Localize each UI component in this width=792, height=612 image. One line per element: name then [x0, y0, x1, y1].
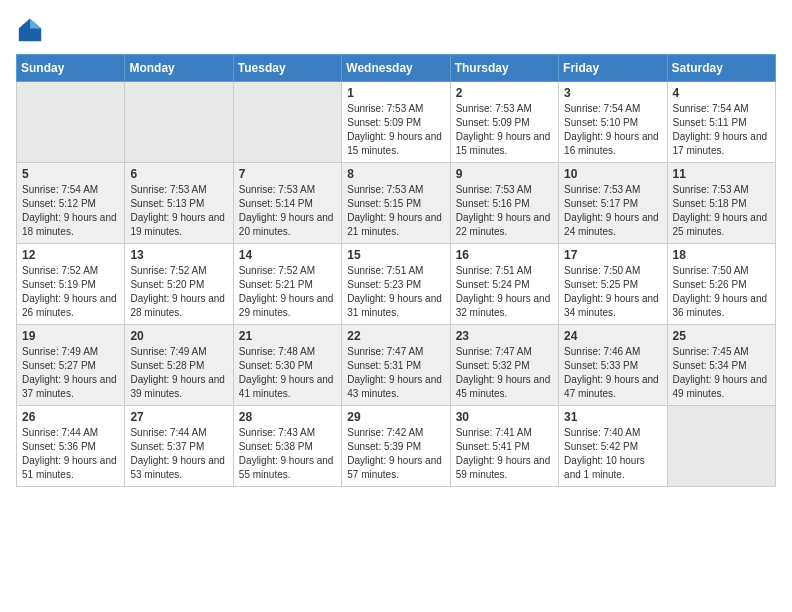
- calendar-cell: 5Sunrise: 7:54 AM Sunset: 5:12 PM Daylig…: [17, 163, 125, 244]
- day-header: Thursday: [450, 55, 558, 82]
- calendar-cell: 11Sunrise: 7:53 AM Sunset: 5:18 PM Dayli…: [667, 163, 775, 244]
- calendar-week-row: 5Sunrise: 7:54 AM Sunset: 5:12 PM Daylig…: [17, 163, 776, 244]
- day-number: 14: [239, 248, 336, 262]
- calendar-cell: 13Sunrise: 7:52 AM Sunset: 5:20 PM Dayli…: [125, 244, 233, 325]
- svg-marker-1: [30, 19, 41, 29]
- calendar-cell: [125, 82, 233, 163]
- cell-content: Sunrise: 7:51 AM Sunset: 5:23 PM Dayligh…: [347, 264, 444, 320]
- day-number: 1: [347, 86, 444, 100]
- cell-content: Sunrise: 7:44 AM Sunset: 5:36 PM Dayligh…: [22, 426, 119, 482]
- cell-content: Sunrise: 7:53 AM Sunset: 5:09 PM Dayligh…: [456, 102, 553, 158]
- calendar-week-row: 1Sunrise: 7:53 AM Sunset: 5:09 PM Daylig…: [17, 82, 776, 163]
- cell-content: Sunrise: 7:54 AM Sunset: 5:11 PM Dayligh…: [673, 102, 770, 158]
- day-header: Tuesday: [233, 55, 341, 82]
- day-header: Sunday: [17, 55, 125, 82]
- cell-content: Sunrise: 7:53 AM Sunset: 5:14 PM Dayligh…: [239, 183, 336, 239]
- day-number: 15: [347, 248, 444, 262]
- day-number: 17: [564, 248, 661, 262]
- cell-content: Sunrise: 7:54 AM Sunset: 5:12 PM Dayligh…: [22, 183, 119, 239]
- calendar-cell: 23Sunrise: 7:47 AM Sunset: 5:32 PM Dayli…: [450, 325, 558, 406]
- cell-content: Sunrise: 7:53 AM Sunset: 5:16 PM Dayligh…: [456, 183, 553, 239]
- calendar-week-row: 26Sunrise: 7:44 AM Sunset: 5:36 PM Dayli…: [17, 406, 776, 487]
- day-number: 5: [22, 167, 119, 181]
- day-number: 2: [456, 86, 553, 100]
- calendar-cell: 25Sunrise: 7:45 AM Sunset: 5:34 PM Dayli…: [667, 325, 775, 406]
- calendar-cell: 27Sunrise: 7:44 AM Sunset: 5:37 PM Dayli…: [125, 406, 233, 487]
- cell-content: Sunrise: 7:53 AM Sunset: 5:09 PM Dayligh…: [347, 102, 444, 158]
- calendar-cell: 10Sunrise: 7:53 AM Sunset: 5:17 PM Dayli…: [559, 163, 667, 244]
- calendar-cell: 31Sunrise: 7:40 AM Sunset: 5:42 PM Dayli…: [559, 406, 667, 487]
- calendar-cell: 9Sunrise: 7:53 AM Sunset: 5:16 PM Daylig…: [450, 163, 558, 244]
- day-number: 29: [347, 410, 444, 424]
- day-number: 30: [456, 410, 553, 424]
- cell-content: Sunrise: 7:41 AM Sunset: 5:41 PM Dayligh…: [456, 426, 553, 482]
- day-number: 16: [456, 248, 553, 262]
- day-number: 6: [130, 167, 227, 181]
- day-number: 13: [130, 248, 227, 262]
- day-header: Wednesday: [342, 55, 450, 82]
- cell-content: Sunrise: 7:44 AM Sunset: 5:37 PM Dayligh…: [130, 426, 227, 482]
- day-number: 10: [564, 167, 661, 181]
- calendar-cell: 26Sunrise: 7:44 AM Sunset: 5:36 PM Dayli…: [17, 406, 125, 487]
- day-number: 26: [22, 410, 119, 424]
- day-number: 8: [347, 167, 444, 181]
- day-number: 19: [22, 329, 119, 343]
- cell-content: Sunrise: 7:54 AM Sunset: 5:10 PM Dayligh…: [564, 102, 661, 158]
- calendar-cell: 19Sunrise: 7:49 AM Sunset: 5:27 PM Dayli…: [17, 325, 125, 406]
- cell-content: Sunrise: 7:53 AM Sunset: 5:15 PM Dayligh…: [347, 183, 444, 239]
- day-number: 23: [456, 329, 553, 343]
- calendar-cell: 8Sunrise: 7:53 AM Sunset: 5:15 PM Daylig…: [342, 163, 450, 244]
- calendar-week-row: 12Sunrise: 7:52 AM Sunset: 5:19 PM Dayli…: [17, 244, 776, 325]
- cell-content: Sunrise: 7:49 AM Sunset: 5:27 PM Dayligh…: [22, 345, 119, 401]
- cell-content: Sunrise: 7:45 AM Sunset: 5:34 PM Dayligh…: [673, 345, 770, 401]
- logo: [16, 16, 48, 44]
- calendar-cell: 30Sunrise: 7:41 AM Sunset: 5:41 PM Dayli…: [450, 406, 558, 487]
- cell-content: Sunrise: 7:47 AM Sunset: 5:31 PM Dayligh…: [347, 345, 444, 401]
- calendar-cell: [233, 82, 341, 163]
- cell-content: Sunrise: 7:49 AM Sunset: 5:28 PM Dayligh…: [130, 345, 227, 401]
- cell-content: Sunrise: 7:52 AM Sunset: 5:19 PM Dayligh…: [22, 264, 119, 320]
- calendar-cell: [667, 406, 775, 487]
- cell-content: Sunrise: 7:53 AM Sunset: 5:17 PM Dayligh…: [564, 183, 661, 239]
- day-number: 31: [564, 410, 661, 424]
- cell-content: Sunrise: 7:50 AM Sunset: 5:25 PM Dayligh…: [564, 264, 661, 320]
- day-number: 21: [239, 329, 336, 343]
- calendar-cell: 3Sunrise: 7:54 AM Sunset: 5:10 PM Daylig…: [559, 82, 667, 163]
- day-number: 18: [673, 248, 770, 262]
- calendar-cell: 28Sunrise: 7:43 AM Sunset: 5:38 PM Dayli…: [233, 406, 341, 487]
- calendar-table: SundayMondayTuesdayWednesdayThursdayFrid…: [16, 54, 776, 487]
- day-number: 7: [239, 167, 336, 181]
- day-number: 11: [673, 167, 770, 181]
- calendar-cell: 15Sunrise: 7:51 AM Sunset: 5:23 PM Dayli…: [342, 244, 450, 325]
- calendar-cell: 22Sunrise: 7:47 AM Sunset: 5:31 PM Dayli…: [342, 325, 450, 406]
- day-number: 28: [239, 410, 336, 424]
- day-number: 27: [130, 410, 227, 424]
- calendar-cell: [17, 82, 125, 163]
- cell-content: Sunrise: 7:43 AM Sunset: 5:38 PM Dayligh…: [239, 426, 336, 482]
- calendar-cell: 24Sunrise: 7:46 AM Sunset: 5:33 PM Dayli…: [559, 325, 667, 406]
- calendar-cell: 4Sunrise: 7:54 AM Sunset: 5:11 PM Daylig…: [667, 82, 775, 163]
- cell-content: Sunrise: 7:47 AM Sunset: 5:32 PM Dayligh…: [456, 345, 553, 401]
- day-number: 25: [673, 329, 770, 343]
- calendar-cell: 16Sunrise: 7:51 AM Sunset: 5:24 PM Dayli…: [450, 244, 558, 325]
- day-number: 20: [130, 329, 227, 343]
- calendar-cell: 14Sunrise: 7:52 AM Sunset: 5:21 PM Dayli…: [233, 244, 341, 325]
- day-number: 22: [347, 329, 444, 343]
- day-header: Monday: [125, 55, 233, 82]
- cell-content: Sunrise: 7:46 AM Sunset: 5:33 PM Dayligh…: [564, 345, 661, 401]
- cell-content: Sunrise: 7:50 AM Sunset: 5:26 PM Dayligh…: [673, 264, 770, 320]
- day-header: Friday: [559, 55, 667, 82]
- cell-content: Sunrise: 7:52 AM Sunset: 5:20 PM Dayligh…: [130, 264, 227, 320]
- day-number: 3: [564, 86, 661, 100]
- calendar-cell: 6Sunrise: 7:53 AM Sunset: 5:13 PM Daylig…: [125, 163, 233, 244]
- calendar-header-row: SundayMondayTuesdayWednesdayThursdayFrid…: [17, 55, 776, 82]
- calendar-cell: 7Sunrise: 7:53 AM Sunset: 5:14 PM Daylig…: [233, 163, 341, 244]
- cell-content: Sunrise: 7:53 AM Sunset: 5:18 PM Dayligh…: [673, 183, 770, 239]
- calendar-cell: 21Sunrise: 7:48 AM Sunset: 5:30 PM Dayli…: [233, 325, 341, 406]
- calendar-cell: 29Sunrise: 7:42 AM Sunset: 5:39 PM Dayli…: [342, 406, 450, 487]
- day-number: 4: [673, 86, 770, 100]
- logo-icon: [16, 16, 44, 44]
- calendar-cell: 12Sunrise: 7:52 AM Sunset: 5:19 PM Dayli…: [17, 244, 125, 325]
- day-number: 12: [22, 248, 119, 262]
- calendar-cell: 2Sunrise: 7:53 AM Sunset: 5:09 PM Daylig…: [450, 82, 558, 163]
